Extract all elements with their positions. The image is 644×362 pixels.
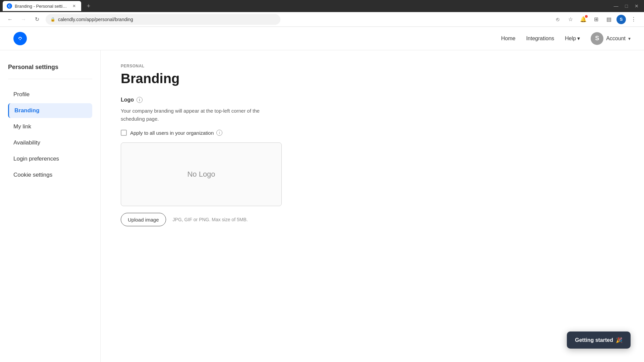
apply-all-users-checkbox[interactable] — [121, 130, 127, 136]
apply-all-users-row: Apply to all users in your organization … — [121, 130, 382, 136]
sidebar-item-profile[interactable]: Profile — [8, 87, 92, 102]
nav-integrations-link[interactable]: Integrations — [526, 36, 554, 42]
logo-info-icon[interactable]: i — [137, 97, 143, 103]
extensions-icon[interactable]: ⊞ — [591, 14, 601, 24]
sidebar-item-login-preferences[interactable]: Login preferences — [8, 152, 92, 166]
main-layout: Personal settings Profile Branding My li… — [0, 50, 644, 362]
apply-all-users-label: Apply to all users in your organization … — [130, 130, 222, 136]
upload-hint-text: JPG, GIF or PNG. Max size of 5MB. — [173, 217, 248, 222]
lock-icon: 🔒 — [50, 17, 55, 22]
top-navigation: Home Integrations Help ▾ S Account ▾ — [0, 27, 644, 50]
nav-right: Home Integrations Help ▾ S Account ▾ — [501, 32, 631, 45]
integrations-label: Integrations — [526, 36, 554, 42]
account-label: Account — [606, 36, 626, 42]
window-close-button[interactable]: ✕ — [632, 3, 641, 9]
upload-image-button[interactable]: Upload image — [121, 213, 166, 226]
app-logo[interactable] — [13, 32, 27, 45]
help-chevron-icon: ▾ — [577, 35, 580, 42]
sidebar-title: Personal settings — [8, 64, 92, 71]
browser-actions: ⎋ ☆ 🔔 ⊞ ▤ S ⋮ — [553, 14, 639, 24]
no-logo-text: No Logo — [187, 170, 215, 179]
share-icon[interactable]: ⎋ — [553, 14, 563, 24]
refresh-button[interactable]: ↻ — [32, 15, 42, 24]
svg-point-0 — [17, 35, 23, 42]
bookmark-icon[interactable]: ☆ — [566, 14, 576, 24]
tab-title: Branding - Personal settings - C... — [15, 4, 68, 9]
logo-section-label: Logo i — [121, 97, 382, 103]
sidebar: Personal settings Profile Branding My li… — [0, 50, 101, 362]
svg-point-1 — [20, 39, 21, 40]
toast-emoji: 🎉 — [616, 337, 623, 343]
account-button[interactable]: S Account ▾ — [591, 32, 631, 45]
help-label: Help — [565, 36, 576, 42]
sidebar-item-my-link[interactable]: My link — [8, 119, 92, 134]
forward-button[interactable]: → — [19, 15, 28, 24]
url-bar[interactable]: 🔒 calendly.com/app/personal/branding — [46, 14, 280, 25]
sidebar-item-branding[interactable]: Branding — [8, 103, 92, 118]
new-tab-button[interactable]: + — [84, 1, 93, 11]
sidebar-item-cookie-settings[interactable]: Cookie settings — [8, 168, 92, 182]
window-controls: — □ ✕ — [611, 3, 641, 9]
sidebar-item-availability[interactable]: Availability — [8, 135, 92, 150]
account-chevron-icon: ▾ — [628, 36, 631, 41]
page-title: Branding — [121, 71, 382, 86]
back-button[interactable]: ← — [5, 15, 15, 24]
getting-started-toast[interactable]: Getting started 🎉 — [567, 331, 631, 349]
sidebar-toggle-icon[interactable]: ▤ — [604, 14, 614, 24]
window-minimize-button[interactable]: — — [611, 3, 621, 9]
window-maximize-button[interactable]: □ — [623, 3, 631, 9]
browser-profile-button[interactable]: S — [616, 15, 626, 24]
content-area: PERSONAL Branding Logo i Your company br… — [101, 50, 402, 362]
url-text: calendly.com/app/personal/branding — [58, 17, 133, 22]
logo-description: Your company branding will appear at the… — [121, 107, 282, 123]
checkbox-info-icon[interactable]: i — [216, 130, 222, 136]
upload-row: Upload image JPG, GIF or PNG. Max size o… — [121, 213, 382, 226]
tab-favicon: C — [7, 3, 12, 9]
getting-started-label: Getting started — [575, 337, 613, 343]
browser-tab-active[interactable]: C Branding - Personal settings - C... ✕ — [3, 1, 81, 11]
menu-icon[interactable]: ⋮ — [629, 14, 639, 24]
notifications-icon[interactable]: 🔔 — [578, 14, 588, 24]
nav-help-link[interactable]: Help ▾ — [565, 35, 580, 42]
nav-home-link[interactable]: Home — [501, 36, 516, 42]
tab-close-button[interactable]: ✕ — [71, 3, 77, 9]
sidebar-divider — [8, 79, 92, 79]
logo-upload-area: No Logo — [121, 142, 282, 206]
avatar: S — [591, 32, 603, 45]
address-bar-row: ← → ↻ 🔒 calendly.com/app/personal/brandi… — [0, 12, 644, 27]
breadcrumb: PERSONAL — [121, 64, 382, 68]
